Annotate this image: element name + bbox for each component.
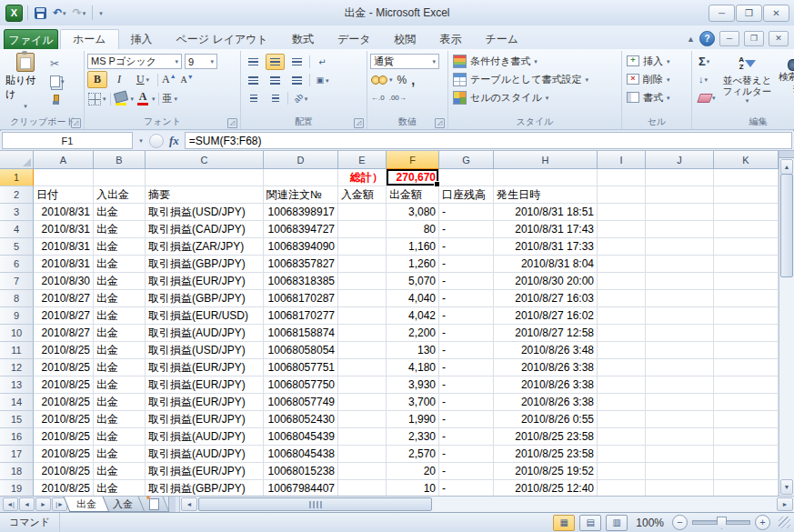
- cell-F14[interactable]: 3,700: [387, 394, 439, 411]
- cell-K11[interactable]: [714, 342, 779, 359]
- cell-G11[interactable]: -: [439, 342, 494, 359]
- bold-button[interactable]: B: [87, 71, 107, 88]
- cell-C11[interactable]: 取引損益(USD/JPY): [146, 342, 264, 359]
- cell-F19[interactable]: 10: [387, 480, 439, 496]
- phonetic-button[interactable]: 亜▾: [162, 90, 179, 107]
- format-cells-button[interactable]: 書式▾: [625, 88, 688, 106]
- cell-K9[interactable]: [714, 307, 779, 325]
- merge-center-button[interactable]: ▣▾: [313, 72, 332, 88]
- column-header-I[interactable]: I: [598, 151, 646, 169]
- row-header-6[interactable]: 6: [0, 256, 34, 273]
- cell-H15[interactable]: 2010/8/26 0:55: [494, 411, 598, 428]
- cell-I10[interactable]: [598, 325, 646, 342]
- cell-C8[interactable]: 取引損益(GBP/JPY): [146, 290, 264, 307]
- cell-H4[interactable]: 2010/8/31 17:43: [494, 221, 598, 238]
- fill-button[interactable]: ↓▾: [699, 72, 720, 87]
- borders-button[interactable]: ▾: [87, 90, 107, 107]
- cell-G15[interactable]: -: [439, 411, 494, 428]
- cell-E16[interactable]: [338, 428, 387, 446]
- field-header-I2[interactable]: [598, 186, 646, 204]
- cell-E11[interactable]: [338, 342, 387, 359]
- autosum-button[interactable]: Σ▾: [699, 54, 720, 69]
- row-header-13[interactable]: 13: [0, 376, 34, 394]
- cell-H7[interactable]: 2010/8/30 20:00: [494, 273, 598, 290]
- cell-F10[interactable]: 2,200: [387, 325, 439, 342]
- cell-I16[interactable]: [598, 428, 646, 446]
- cell-J17[interactable]: [646, 446, 714, 463]
- cell-K14[interactable]: [714, 394, 779, 411]
- column-header-A[interactable]: A: [34, 151, 94, 169]
- cell-H12[interactable]: 2010/8/26 3:38: [494, 359, 598, 376]
- next-sheet-button[interactable]: ►: [35, 497, 51, 511]
- cell-F8[interactable]: 4,040: [387, 290, 439, 307]
- cell-A8[interactable]: 2010/8/27: [34, 290, 94, 307]
- minimize-button[interactable]: ─: [709, 5, 735, 22]
- zoom-out-button[interactable]: −: [672, 515, 688, 530]
- cell-H10[interactable]: 2010/8/27 12:58: [494, 325, 598, 342]
- vertical-scrollbar[interactable]: ▲ ▼: [779, 151, 794, 496]
- cell-G7[interactable]: -: [439, 273, 494, 290]
- restore-button[interactable]: ❐: [736, 5, 762, 22]
- field-header-H2[interactable]: 発生日時: [494, 186, 598, 204]
- name-box[interactable]: F1: [2, 132, 133, 149]
- cell-G5[interactable]: -: [439, 238, 494, 256]
- cell-E4[interactable]: [338, 221, 387, 238]
- cell-K1[interactable]: [714, 169, 779, 186]
- cell-E12[interactable]: [338, 359, 387, 376]
- cell-J15[interactable]: [646, 411, 714, 428]
- zoom-slider[interactable]: [692, 520, 750, 525]
- cell-H16[interactable]: 2010/8/25 23:58: [494, 428, 598, 446]
- cell-E8[interactable]: [338, 290, 387, 307]
- field-header-B2[interactable]: 入出金: [94, 186, 146, 204]
- cell-F7[interactable]: 5,070: [387, 273, 439, 290]
- column-header-E[interactable]: E: [338, 151, 387, 169]
- collapse-ribbon-icon[interactable]: ▲: [687, 35, 695, 44]
- worksheet-grid[interactable]: ABCDEFGHIJK 1総計）270,6702日付入出金摘要関連注文№入金額出…: [0, 151, 779, 496]
- decrease-indent-button[interactable]: [244, 90, 263, 106]
- cell-G16[interactable]: -: [439, 428, 494, 446]
- cell-C7[interactable]: 取引損益(EUR/JPY): [146, 273, 264, 290]
- ribbon-tab-5[interactable]: データ: [326, 29, 383, 49]
- cell-H6[interactable]: 2010/8/31 8:04: [494, 256, 598, 273]
- workbook-minimize-button[interactable]: ─: [719, 31, 739, 46]
- cell-D16[interactable]: 10068045439: [264, 428, 338, 446]
- cell-F4[interactable]: 80: [387, 221, 439, 238]
- cell-I6[interactable]: [598, 256, 646, 273]
- scroll-down-button[interactable]: ▼: [780, 479, 793, 495]
- cell-H18[interactable]: 2010/8/25 19:52: [494, 463, 598, 480]
- cell-K19[interactable]: [714, 480, 779, 496]
- cell-F5[interactable]: 1,160: [387, 238, 439, 256]
- row-header-7[interactable]: 7: [0, 273, 34, 290]
- row-header-11[interactable]: 11: [0, 342, 34, 359]
- horizontal-scrollbar[interactable]: ◄ ►: [179, 497, 794, 512]
- cell-J9[interactable]: [646, 307, 714, 325]
- percent-style-button[interactable]: %: [397, 71, 408, 88]
- cell-B8[interactable]: 出金: [94, 290, 146, 307]
- undo-button[interactable]: ↶▾: [51, 6, 68, 19]
- cell-D8[interactable]: 10068170287: [264, 290, 338, 307]
- cell-G19[interactable]: -: [439, 480, 494, 496]
- cell-J12[interactable]: [646, 359, 714, 376]
- field-header-J2[interactable]: [646, 186, 714, 204]
- cell-H11[interactable]: 2010/8/26 3:48: [494, 342, 598, 359]
- cell-B14[interactable]: 出金: [94, 394, 146, 411]
- ribbon-tab-7[interactable]: 表示: [427, 29, 473, 49]
- cell-A14[interactable]: 2010/8/25: [34, 394, 94, 411]
- cell-F18[interactable]: 20: [387, 463, 439, 480]
- insert-worksheet-tab[interactable]: [138, 497, 170, 512]
- cell-H9[interactable]: 2010/8/27 16:02: [494, 307, 598, 325]
- cell-D17[interactable]: 10068045438: [264, 446, 338, 463]
- cell-styles-button[interactable]: セルのスタイル▾: [451, 88, 618, 106]
- row-header-16[interactable]: 16: [0, 428, 34, 446]
- cell-K5[interactable]: [714, 238, 779, 256]
- cell-I7[interactable]: [598, 273, 646, 290]
- column-header-K[interactable]: K: [714, 151, 779, 169]
- cell-B6[interactable]: 出金: [94, 256, 146, 273]
- cell-K7[interactable]: [714, 273, 779, 290]
- copy-button[interactable]: ▾: [50, 74, 72, 89]
- cell-E7[interactable]: [338, 273, 387, 290]
- cell-D12[interactable]: 10068057751: [264, 359, 338, 376]
- align-middle-button[interactable]: [266, 54, 285, 70]
- cell-J8[interactable]: [646, 290, 714, 307]
- cell-J18[interactable]: [646, 463, 714, 480]
